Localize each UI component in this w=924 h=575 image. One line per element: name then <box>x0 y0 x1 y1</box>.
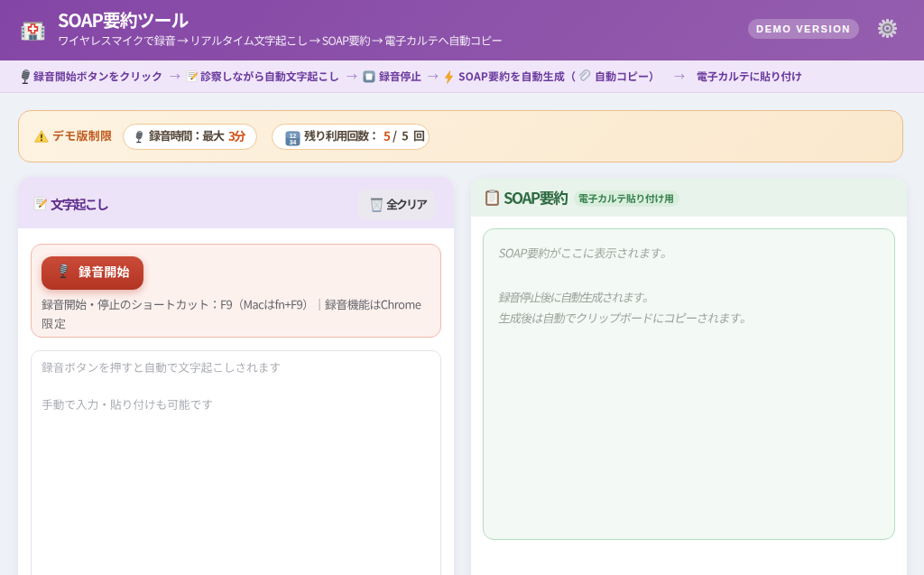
svg-text:34: 34 <box>290 138 297 144</box>
